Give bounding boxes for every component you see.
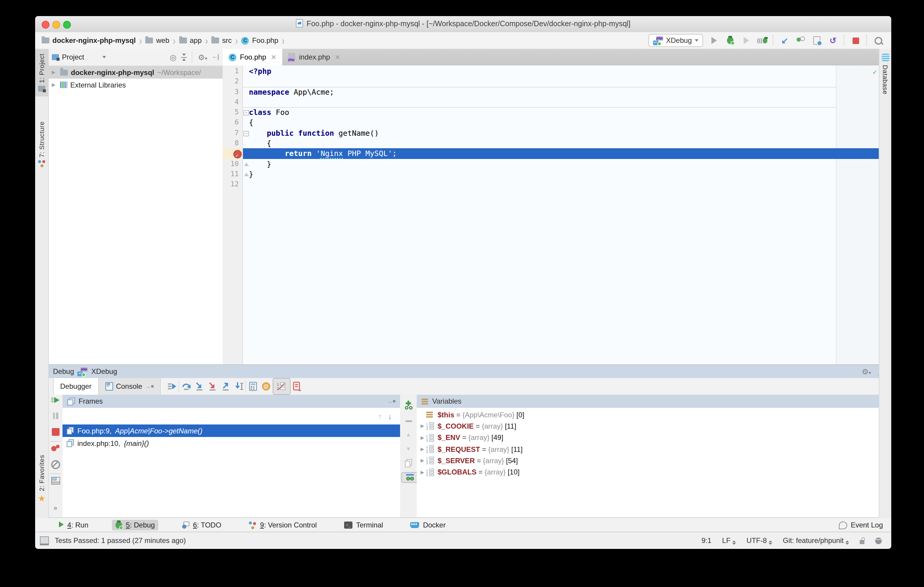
variable-row[interactable]: ▶123$_COOKIE = {array} [11]	[417, 420, 891, 432]
gutter-cell[interactable]: 3	[223, 87, 243, 97]
chevron-down-icon[interactable]	[103, 56, 106, 58]
update-project-button[interactable]: ↙	[779, 35, 790, 46]
line-number[interactable]: 6	[223, 117, 242, 128]
gutter-cell[interactable]: 7	[223, 128, 243, 139]
run-with-coverage-button[interactable]	[741, 35, 751, 46]
variable-row[interactable]: $this = {App\Acme\Foo} [0]	[417, 409, 891, 420]
gutter-cell[interactable]: 9	[223, 148, 243, 159]
fold-column[interactable]	[243, 159, 249, 169]
line-number[interactable]: 11	[223, 169, 242, 180]
event-log-button[interactable]: Event Log	[839, 521, 891, 529]
line-number[interactable]: 3	[223, 87, 242, 97]
remove-watch-button[interactable]	[400, 417, 417, 422]
breadcrumb-item[interactable]: docker-nginx-php-mysql	[42, 36, 136, 45]
copy-watch-button[interactable]	[400, 459, 417, 467]
toolwindow-button-version-control[interactable]: 9: Version Control	[245, 520, 320, 531]
gutter-cell[interactable]: 5	[223, 107, 243, 117]
stop-button[interactable]	[850, 35, 861, 46]
gutter-cell[interactable]: 1	[223, 66, 243, 76]
evaluate-expression-button[interactable]	[246, 380, 259, 393]
gutter-cell[interactable]: 11	[223, 169, 243, 180]
debug-button[interactable]	[724, 35, 735, 46]
more-actions-button[interactable]: »	[48, 504, 63, 511]
pause-button[interactable]	[48, 412, 63, 419]
breakpoint-icon[interactable]	[233, 150, 242, 158]
line-separator-widget[interactable]: LF	[722, 536, 736, 545]
toolwindow-button-docker[interactable]: Docker	[407, 520, 449, 531]
add-watch-button[interactable]	[400, 401, 417, 410]
gear-icon[interactable]: ⚙▾	[198, 53, 207, 61]
step-over-button[interactable]	[180, 380, 193, 393]
fold-column[interactable]	[243, 148, 249, 159]
step-out-button[interactable]	[219, 380, 232, 393]
fold-column[interactable]	[243, 87, 249, 97]
fold-column[interactable]	[243, 138, 249, 148]
variable-row[interactable]: ▶123$_SERVER = {array} [54]	[417, 455, 891, 467]
fold-column[interactable]	[243, 117, 249, 128]
fold-end-icon[interactable]	[244, 162, 249, 166]
show-watches-button[interactable]	[401, 472, 418, 483]
run-to-cursor-button[interactable]	[232, 380, 245, 393]
variable-row[interactable]: ▶123$GLOBALS = {array} [10]	[417, 467, 891, 478]
local-history-button[interactable]	[812, 35, 822, 46]
toolwindow-button-run[interactable]: 4: Run	[55, 520, 92, 531]
editor-tab-foo-php[interactable]: CFoo.php✕	[223, 49, 282, 66]
breadcrumb-item[interactable]: web	[145, 36, 169, 45]
fold-minus-icon[interactable]: −	[244, 110, 249, 115]
expand-arrow-icon[interactable]: ▶	[419, 424, 426, 429]
line-number[interactable]: 8	[223, 138, 242, 148]
gutter-cell[interactable]: 4	[223, 97, 243, 107]
toolwindow-button-terminal[interactable]: ›_Terminal	[340, 520, 387, 531]
line-number[interactable]: 1	[223, 66, 242, 76]
encoding-widget[interactable]: UTF-8	[747, 536, 772, 545]
gutter-cell[interactable]: 6	[223, 117, 243, 128]
fold-column[interactable]	[243, 180, 249, 190]
step-into-button[interactable]	[193, 380, 206, 393]
vcs-commit-button[interactable]	[795, 35, 806, 46]
quick-evaluate-button[interactable]: @	[259, 380, 273, 393]
previous-frame-button[interactable]: ↑	[378, 412, 382, 420]
sidebar-item-structure[interactable]: 7: Structure	[35, 122, 48, 168]
toolwindow-button-todo[interactable]: 6: TODO	[178, 520, 225, 531]
next-frame-button[interactable]: ↓	[388, 412, 392, 420]
show-execution-point-button[interactable]	[165, 380, 178, 393]
gutter-cell[interactable]: 2	[223, 76, 243, 87]
float-panel-icon[interactable]: →	[387, 398, 395, 404]
run-configuration-select[interactable]: php XDebug	[648, 34, 703, 47]
variable-row[interactable]: ▶123$_REQUEST = {array} [11]	[417, 444, 891, 455]
breadcrumb-item[interactable]: app	[179, 36, 201, 45]
fold-column[interactable]	[243, 97, 249, 107]
collapse-all-icon[interactable]	[181, 54, 187, 61]
expand-arrow-icon[interactable]: ▶	[419, 458, 426, 463]
expand-arrow-icon[interactable]: ▶	[52, 70, 57, 75]
mute-breakpoints-button[interactable]	[48, 460, 63, 469]
line-number[interactable]: 4	[223, 97, 242, 107]
move-watch-up-button[interactable]: ▲	[400, 432, 417, 438]
fold-column[interactable]: −	[243, 128, 249, 139]
fold-end-icon[interactable]	[244, 173, 249, 176]
fold-column[interactable]	[243, 66, 249, 76]
expand-arrow-icon[interactable]: ▶	[419, 447, 426, 452]
editor-tab-index-php[interactable]: index.php✕	[282, 49, 346, 66]
move-watch-down-button[interactable]: ▼	[400, 446, 417, 452]
gutter-cell[interactable]: 12	[223, 180, 243, 190]
project-tree-row[interactable]: ▶External Libraries	[48, 79, 223, 91]
view-breakpoints-button[interactable]: 12	[273, 378, 290, 395]
toolwindow-button-debug[interactable]: 5: Debug	[112, 520, 158, 531]
frame-row[interactable]: Foo.php:9, App|Acme|Foo->getName()	[63, 424, 400, 437]
fold-column[interactable]	[243, 76, 249, 87]
line-number[interactable]: 12	[223, 180, 242, 190]
lock-icon[interactable]	[860, 540, 865, 544]
rollback-button[interactable]: ↺	[828, 35, 838, 46]
fold-column[interactable]	[243, 169, 249, 180]
toolwindow-toggle-icon[interactable]	[40, 536, 49, 545]
hector-inspector-icon[interactable]	[875, 537, 882, 544]
sidebar-item-database[interactable]: Database	[879, 54, 891, 94]
sidebar-item-favorites[interactable]: 2: Favorites★	[35, 455, 48, 503]
line-number[interactable]: 2	[223, 76, 242, 87]
gear-icon[interactable]: ⚙▾	[862, 368, 871, 375]
frame-row[interactable]: index.php:10, {main}()	[63, 437, 400, 450]
close-tab-button[interactable]: ✕	[271, 53, 276, 61]
line-number[interactable]: 7	[223, 128, 242, 139]
run-button[interactable]	[708, 35, 719, 46]
